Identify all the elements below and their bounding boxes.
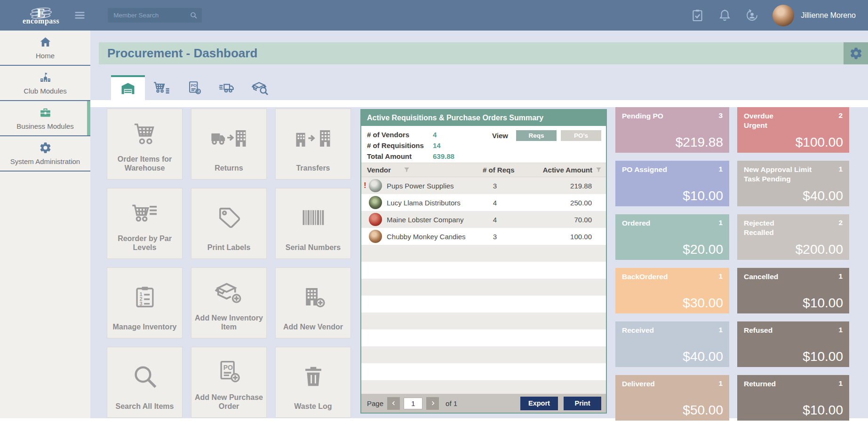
status-label: PO Assigned <box>622 165 667 174</box>
building-to-building-icon <box>294 109 332 164</box>
vendor-filter-icon[interactable] <box>403 166 410 173</box>
user-avatar[interactable] <box>772 5 794 26</box>
sidebar-item-home[interactable]: Home <box>0 31 90 66</box>
action-add-new-vendor[interactable]: Add New Vendor <box>275 267 351 338</box>
action-label: Waste Log <box>291 402 334 417</box>
tasks-icon[interactable] <box>691 8 704 22</box>
summary-stats: # of Vendors 4 # of Requisitions 14 Tota… <box>361 126 606 163</box>
status-label: Delivered <box>622 379 655 389</box>
sidebar-item-label: Club Modules <box>24 87 67 95</box>
status-tile-po-assigned[interactable]: PO Assigned 1 $10.00 <box>615 161 729 206</box>
export-button[interactable]: Export <box>520 397 558 410</box>
barcode-icon <box>301 188 326 243</box>
status-tile-rejected-recalled[interactable]: Rejected Recalled 2 $200.00 <box>737 214 849 260</box>
status-tile-received[interactable]: Received 1 $40.00 <box>615 321 729 367</box>
column-vendor: Vendor <box>367 166 391 174</box>
menu-icon[interactable] <box>73 9 86 22</box>
action-manage-inventory[interactable]: 123 Manage Inventory <box>107 267 183 338</box>
stat-value: 639.88 <box>433 152 454 160</box>
print-button[interactable]: Print <box>564 397 601 410</box>
action-waste-log[interactable]: Waste Log <box>275 347 351 418</box>
table-row[interactable]: Lucy Llama Distributors 4 250.00 <box>361 194 606 211</box>
sidebar-item-label: Business Modules <box>16 122 74 130</box>
page-next-button[interactable] <box>426 397 439 410</box>
topbar-right: Jillienne Moreno <box>691 5 868 26</box>
settings-button[interactable] <box>844 42 868 64</box>
summary-panel: Active Requisitions & Purchase Orders Su… <box>360 109 607 414</box>
page-number-input[interactable] <box>404 398 422 409</box>
tab-order-cart[interactable] <box>145 75 178 100</box>
table-row[interactable]: Chubby Monkey Candies 3 100.00 <box>361 228 606 245</box>
action-add-new-purchase-order[interactable]: PO Add New Purchase Order <box>191 347 267 418</box>
status-tile-returned[interactable]: Returned 1 $10.00 <box>737 375 849 421</box>
cart-reorder-icon <box>131 188 159 234</box>
stat-label: # of Vendors <box>367 131 433 139</box>
module-tabs: PO <box>111 75 277 100</box>
action-transfers[interactable]: Transfers <box>275 109 351 180</box>
action-grid: Order Items for Warehouse Returns Transf… <box>107 109 351 418</box>
tab-deliveries[interactable] <box>211 75 244 100</box>
status-amount: $40.00 <box>683 349 723 364</box>
status-tile-pending-po[interactable]: Pending PO 3 $219.88 <box>615 107 729 153</box>
tab-item-search[interactable] <box>244 75 277 100</box>
cart-list-icon <box>153 80 170 96</box>
search-icon[interactable] <box>190 11 198 19</box>
tab-purchase-orders[interactable]: PO <box>178 75 211 100</box>
svg-text:3: 3 <box>139 301 142 306</box>
status-count: 2 <box>838 111 843 120</box>
action-label: Serial Numbers <box>283 243 343 258</box>
status-tile-new-approval-limit-task-pending[interactable]: New Approval Limit Task Pending 1 $40.00 <box>737 161 849 206</box>
status-tile-grid: Pending PO 3 $219.88 Overdue Urgent 2 $1… <box>615 107 849 421</box>
action-label: Returns <box>212 164 246 179</box>
status-tile-overdue-urgent[interactable]: Overdue Urgent 2 $100.00 <box>737 107 849 153</box>
magnifier-icon <box>132 347 158 402</box>
action-returns[interactable]: Returns <box>191 109 267 180</box>
amount-filter-icon[interactable] <box>595 166 602 173</box>
action-order-items-for-warehouse[interactable]: Order Items for Warehouse <box>107 109 183 180</box>
clipboard-list-icon: 123 <box>132 268 158 322</box>
status-label: Ordered <box>622 219 650 228</box>
action-label: Add New Purchase Order <box>191 393 266 417</box>
school-icon <box>39 71 52 84</box>
status-label: Received <box>622 326 654 335</box>
action-add-new-inventory-item[interactable]: Add New Inventory Item <box>191 267 267 338</box>
notifications-icon[interactable] <box>718 8 732 22</box>
status-tile-cancelled[interactable]: Cancelled 1 $10.00 <box>737 268 849 313</box>
action-search-all-items[interactable]: Search All Items <box>107 347 183 418</box>
user-name[interactable]: Jillienne Moreno <box>801 11 856 20</box>
sidebar-item-system-administration[interactable]: System Administration <box>0 136 90 172</box>
chevron-left-icon <box>390 400 397 407</box>
sidebar-item-club-modules[interactable]: Club Modules <box>0 66 90 101</box>
action-serial-numbers[interactable]: Serial Numbers <box>275 188 351 259</box>
reqs-count: 4 <box>483 216 507 224</box>
status-tile-backordered[interactable]: BackOrdered 1 $30.00 <box>615 268 729 313</box>
page-prev-button[interactable] <box>387 397 400 410</box>
table-row[interactable]: ! Pups Power Supplies 3 219.88 <box>361 177 606 194</box>
sidebar-item-business-modules[interactable]: Business Modules <box>0 101 90 136</box>
member-search-input[interactable] <box>108 8 202 23</box>
urgent-flag: ! <box>364 181 366 190</box>
vendor-table-body: ! Pups Power Supplies 3 219.88 Lucy Llam… <box>361 177 606 394</box>
table-row[interactable]: Maine Lobster Company 4 70.00 <box>361 211 606 228</box>
status-label: Pending PO <box>622 111 663 121</box>
encompass-logo[interactable]: E encompass <box>23 6 59 25</box>
switch-user-icon[interactable] <box>745 8 759 22</box>
tab-warehouse[interactable] <box>111 75 145 100</box>
vendor-avatar <box>369 196 382 209</box>
status-tile-ordered[interactable]: Ordered 1 $20.00 <box>615 214 729 260</box>
reqs-count: 3 <box>483 182 507 190</box>
action-label: Transfers <box>293 164 333 179</box>
table-row-empty <box>361 296 606 313</box>
tabbar-base <box>90 100 868 107</box>
status-tile-refused[interactable]: Refused 1 $10.00 <box>737 321 849 367</box>
action-print-labels[interactable]: Print Labels <box>191 188 267 259</box>
view-reqs-button[interactable]: Reqs <box>516 130 557 141</box>
action-reorder-by-par-levels[interactable]: Reorder by Par Levels <box>107 188 183 259</box>
action-label: Add New Vendor <box>280 322 346 338</box>
status-tile-delivered[interactable]: Delivered 1 $50.00 <box>615 375 729 421</box>
view-po-s-button[interactable]: PO's <box>561 130 601 141</box>
po-plus-icon: PO <box>216 347 242 393</box>
vendor-name: Maine Lobster Company <box>387 216 463 224</box>
stat-label: # of Requisitions <box>367 141 433 149</box>
active-indicator <box>87 101 90 135</box>
